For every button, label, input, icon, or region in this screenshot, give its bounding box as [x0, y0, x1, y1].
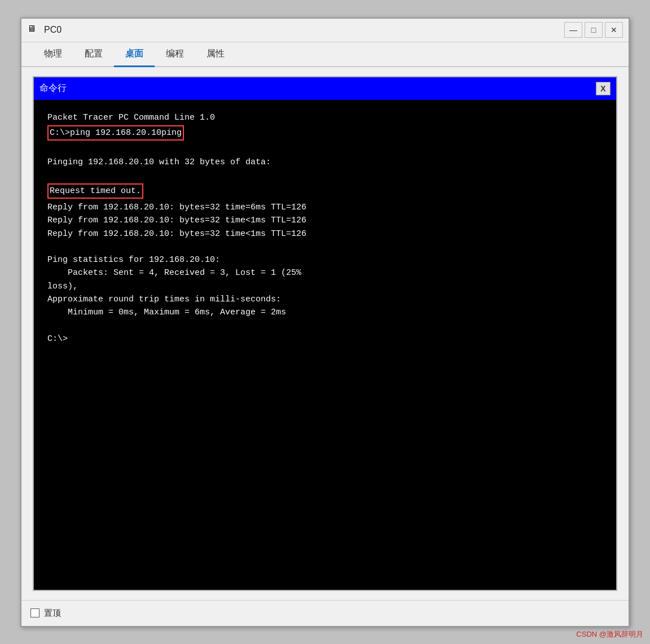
- cmd-title-label: 命令行: [39, 82, 67, 94]
- title-bar: 🖥 PC0 — □ ✕: [21, 19, 629, 42]
- terminal-line-7: Reply from 192.168.20.10: bytes=32 time=…: [47, 201, 603, 214]
- tab-biancheng[interactable]: 编程: [155, 42, 195, 67]
- cmd-title-bar: 命令行 X: [34, 77, 616, 100]
- blank-1: [47, 143, 603, 156]
- terminal-line-13: loss),: [47, 280, 603, 293]
- terminal-line-6: Request timed out.: [47, 183, 143, 199]
- close-button[interactable]: ✕: [605, 22, 623, 38]
- blank-2: [47, 169, 603, 182]
- bottom-bar: 置顶: [21, 600, 629, 626]
- tab-wuli[interactable]: 物理: [33, 42, 73, 67]
- terminal-line-17: C:\>: [47, 332, 603, 345]
- terminal-line-12: Packets: Sent = 4, Received = 3, Lost = …: [47, 266, 603, 279]
- content-area: 命令行 X Packet Tracer PC Command Line 1.0 …: [21, 67, 629, 600]
- terminal-line-15: Minimum = 0ms, Maximum = 6ms, Average = …: [47, 306, 603, 319]
- terminal-line-2: C:\>ping 192.168.20.10ping: [47, 125, 184, 141]
- terminal-line-14: Approximate round trip times in milli-se…: [47, 293, 603, 306]
- tab-bar: 物理 配置 桌面 编程 属性: [21, 42, 629, 67]
- terminal-line-6-wrapper: Request timed out.: [47, 183, 603, 200]
- cmd-window: 命令行 X Packet Tracer PC Command Line 1.0 …: [33, 76, 617, 591]
- terminal-line-4: Pinging 192.168.20.10 with 32 bytes of d…: [47, 156, 603, 169]
- cmd-body[interactable]: Packet Tracer PC Command Line 1.0 C:\>pi…: [34, 100, 616, 590]
- main-window: 🖥 PC0 — □ ✕ 物理 配置 桌面 编程 属性 命令行 X Packet …: [20, 17, 630, 627]
- tab-shuxing[interactable]: 属性: [195, 42, 236, 67]
- window-icon: 🖥: [27, 24, 39, 36]
- minimize-button[interactable]: —: [564, 22, 582, 38]
- topmost-label: 置顶: [44, 608, 61, 619]
- maximize-button[interactable]: □: [585, 22, 603, 38]
- cmd-close-button[interactable]: X: [596, 82, 611, 95]
- terminal-line-8: Reply from 192.168.20.10: bytes=32 time<…: [47, 214, 603, 227]
- topmost-checkbox[interactable]: [30, 608, 39, 617]
- tab-zhuomian[interactable]: 桌面: [114, 42, 155, 67]
- terminal-line-1: Packet Tracer PC Command Line 1.0: [47, 111, 603, 124]
- watermark: CSDN @激风辞明月: [576, 629, 643, 639]
- window-title: PC0: [44, 25, 62, 35]
- tab-peizhi[interactable]: 配置: [73, 42, 114, 67]
- title-buttons: — □ ✕: [564, 22, 623, 38]
- blank-3: [47, 240, 603, 253]
- title-bar-left: 🖥 PC0: [27, 24, 62, 36]
- terminal-line-11: Ping statistics for 192.168.20.10:: [47, 253, 603, 266]
- blank-4: [47, 319, 603, 332]
- terminal-line-9: Reply from 192.168.20.10: bytes=32 time<…: [47, 227, 603, 240]
- terminal-line-2-wrapper: C:\>ping 192.168.20.10ping: [47, 125, 603, 142]
